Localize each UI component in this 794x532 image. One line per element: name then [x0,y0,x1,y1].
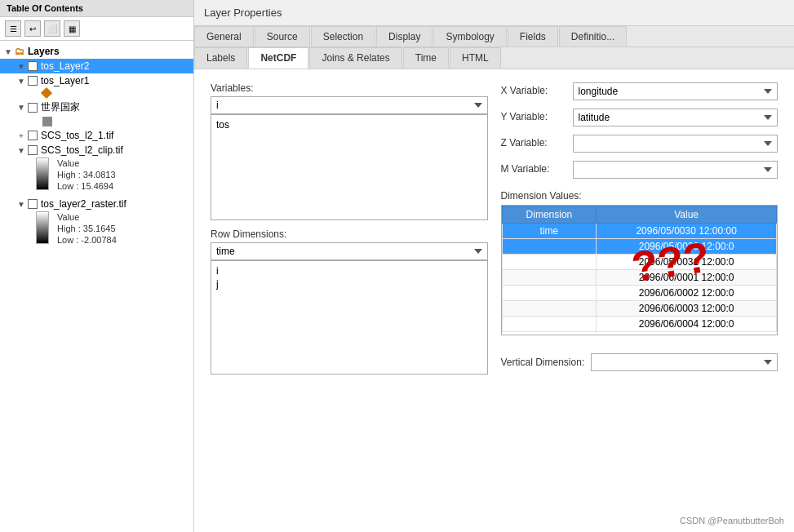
y-variable-row: Y Variable: latitude [501,109,778,126]
row-dim-listbox[interactable]: i j [211,260,488,375]
dim-row-3-dimension [502,270,597,286]
dim-row-4-dimension [502,286,597,301]
diamond-icon [41,87,52,99]
dim-row-2-value: 2096/05/0031 12:00:0 [597,255,777,270]
small-square-item [0,116,193,128]
variables-listbox[interactable]: tos [211,114,488,220]
dim-row-3-value: 2096/06/0001 12:00:0 [597,270,777,286]
x-variable-label: X Variable: [501,85,566,96]
toc-item-scs-clip[interactable]: ▼ SCS_tos_l2_clip.tif [0,143,193,157]
watermark: CSDN @PeanutbutterBoh [680,516,784,525]
expand-tos-layer2-icon[interactable]: ▼ [16,61,26,71]
row-dimensions-label: Row Dimensions: [211,228,488,240]
tab-fields[interactable]: Fields [508,26,558,47]
diamond-item [0,88,193,99]
tab-source[interactable]: Source [255,26,310,47]
tab-labels[interactable]: Labels [194,47,247,69]
toc-item-tos-layer1[interactable]: ▼ tos_Layer1 [0,73,193,88]
expand-layers-icon[interactable]: ▼ [3,47,13,56]
z-variable-label: Z Variable: [501,137,566,149]
x-variable-dropdown[interactable]: longitude [573,82,778,100]
checkbox-scs-l2-1[interactable] [28,131,38,140]
dimension-values-section: Dimension Values: Dimension Value [501,190,778,335]
dim-row-2[interactable]: 2096/05/0031 12:00:0 [502,255,777,270]
dim-row-6-dimension [502,317,597,332]
expand-tos-layer1-icon[interactable]: ▼ [16,76,26,86]
right-panel-wrapper: Layer Properties General Source Selectio… [194,0,794,532]
checkbox-raster[interactable] [28,199,38,209]
x-variable-container: longitude [573,82,778,100]
row-dimensions-dropdown[interactable]: time [211,242,488,260]
checkbox-tos-layer1[interactable] [28,76,38,86]
variables-section: Variables: i tos [211,82,488,220]
toc-header: Table Of Contents [0,0,193,17]
expand-raster-icon[interactable]: ▼ [16,199,26,209]
tos-layer2-label: tos_Layer2 [41,60,187,72]
dim-col-header-dimension: Dimension [502,206,597,224]
dialog-title: Layer Properties [194,0,794,26]
toc-btn-1[interactable]: ☰ [5,20,21,37]
dim-row-0-value: 2096/05/0030 12:00:00 [597,224,777,239]
tab-time[interactable]: Time [403,47,449,69]
m-variable-row: M Variable: [501,161,778,179]
x-variable-row: X Variable: longitude [501,82,778,100]
toc-item-raster[interactable]: ▼ tos_layer2_raster.tif [0,197,193,211]
tabs-row-2: Labels NetCDF Joins & Relates Time HTML [194,47,794,69]
tab-netcdf[interactable]: NetCDF [248,47,308,69]
toc-item-tos-layer2[interactable]: ▼ tos_Layer2 [0,59,193,73]
tab-display[interactable]: Display [376,26,432,47]
y-variable-label: Y Variable: [501,111,566,122]
tab-definition[interactable]: Definitio... [559,26,627,47]
dim-table-wrapper: Dimension Value time 2096/05/0030 12:00:… [501,205,778,335]
raster-low-label: Low : -2.00784 [57,234,117,246]
raster-value-label: Value [57,211,117,223]
scs-clip-legend: Value High : 34.0813 Low : 15.4694 [0,157,193,192]
expand-world-icon[interactable]: ▼ [16,103,26,113]
dim-row-1[interactable]: 2096/05/0030 12:00:0 [502,239,777,255]
y-variable-dropdown[interactable]: latitude [573,109,778,126]
dim-row-0-dimension: time [502,224,597,239]
right-column: X Variable: longitude Y Variable: latitu… [501,82,778,375]
tab-html[interactable]: HTML [450,47,501,69]
dim-col-header-value: Value [597,206,777,224]
tab-selection[interactable]: Selection [311,26,375,47]
checkbox-tos-layer2[interactable] [28,61,38,71]
variables-dropdown[interactable]: i [211,96,488,114]
toc-btn-2[interactable]: ↩ [24,20,41,37]
left-column: Variables: i tos Row Dimensions: [211,82,488,375]
vertical-dim-dropdown[interactable] [591,353,778,371]
toc-item-world[interactable]: ▼ 世界国家 [0,99,193,116]
dim-row-4-value: 2096/06/0002 12:00:0 [597,286,777,301]
expand-scs-l2-1-icon[interactable]: + [16,131,26,140]
scs-l2-1-label: SCS_tos_l2_1.tif [41,130,187,141]
toc-btn-3[interactable]: ⬜ [44,20,60,37]
toc-btn-4[interactable]: ▦ [64,20,80,37]
raster-label: tos_layer2_raster.tif [41,198,187,210]
dim-row-3[interactable]: 2096/06/0001 12:00:0 [502,270,777,286]
tab-symbology[interactable]: Symbology [433,26,506,47]
dim-row-6-value: 2096/06/0004 12:00:0 [597,317,777,332]
dim-row-5-value: 2096/06/0003 12:00:0 [597,301,777,317]
dim-row-6[interactable]: 2096/06/0004 12:00:0 [502,317,777,332]
toc-panel: Table Of Contents ☰ ↩ ⬜ ▦ ▼ 🗂 Layers ▼ t… [0,0,194,532]
dim-row-1-dimension [502,239,597,255]
tab-joins[interactable]: Joins & Relates [309,47,401,69]
dim-row-5[interactable]: 2096/06/0003 12:00:0 [502,301,777,317]
dim-row-0[interactable]: time 2096/05/0030 12:00:00 [502,224,777,239]
z-variable-dropdown[interactable] [573,135,778,153]
m-variable-dropdown[interactable] [573,161,778,179]
checkbox-scs-clip[interactable] [28,145,38,155]
m-variable-label: M Variable: [501,163,566,175]
tabs-row-1: General Source Selection Display Symbolo… [194,26,794,47]
dim-row-4[interactable]: 2096/06/0002 12:00:0 [502,286,777,301]
scs-clip-label: SCS_tos_l2_clip.tif [41,144,187,156]
expand-scs-clip-icon[interactable]: ▼ [16,145,26,155]
tab-general[interactable]: General [194,26,254,47]
dim-table-container[interactable]: Dimension Value time 2096/05/0030 12:00:… [501,205,778,335]
checkbox-world[interactable] [28,103,38,113]
toc-content: ▼ 🗂 Layers ▼ tos_Layer2 ▼ tos_Layer1 ▼ 世… [0,41,193,532]
variables-listbox-item-tos: tos [215,118,484,131]
toc-item-scs-l2-1[interactable]: + SCS_tos_l2_1.tif [0,128,193,143]
y-variable-container: latitude [573,109,778,126]
dim-row-2-dimension [502,255,597,270]
